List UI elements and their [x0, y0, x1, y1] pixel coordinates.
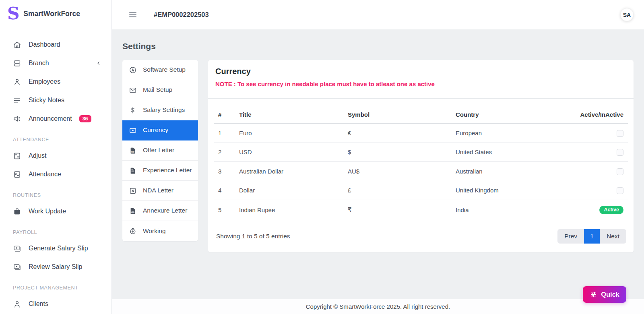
row-number: 1 — [214, 124, 235, 143]
sidebar-item-label: Work Update — [29, 208, 66, 215]
settings-tab-software-setup[interactable]: Software Setup — [122, 60, 198, 80]
column-header: Active/InActive — [568, 106, 628, 124]
sidebar-item-employees[interactable]: Employees — [0, 72, 111, 91]
pagination-page-1-button[interactable]: 1 — [584, 229, 600, 244]
settings-tab-annexure-letter[interactable]: DOCAnnexure Letter — [122, 201, 198, 221]
settings-tab-mail-setup[interactable]: Mail Setup — [122, 80, 198, 100]
row-number: 2 — [214, 143, 235, 162]
entries-summary: Showing 1 to 5 of 5 entries — [216, 233, 290, 240]
brand-name: SmartWorkForce — [23, 10, 80, 18]
brand[interactable]: S SmartWorkForce — [0, 0, 111, 27]
settings-tab-label: Experience Letter — [143, 166, 192, 175]
table-footer: Showing 1 to 5 of 5 entries Prev 1 Next — [214, 220, 628, 244]
sidebar-item-label: Sticky Notes — [29, 97, 64, 104]
content-area: Settings Software SetupMail SetupSalary … — [112, 29, 644, 299]
sidebar: S SmartWorkForce DashboardBranchEmployee… — [0, 0, 112, 314]
doc-file-icon: DOC — [129, 147, 137, 155]
settings-tab-nda-letter[interactable]: NDA Letter — [122, 181, 198, 201]
salary-slip-icon — [13, 263, 21, 271]
quick-button-label: Quick — [601, 291, 619, 298]
pagination-next-button[interactable]: Next — [600, 229, 626, 244]
quick-button[interactable]: Quick — [583, 286, 626, 303]
table-row: 5Indian Rupee₹IndiaActive — [214, 200, 628, 220]
sidebar-item-sticky-notes[interactable]: Sticky Notes — [0, 91, 111, 109]
settings-tab-currency[interactable]: Currency — [122, 120, 198, 140]
column-header: Symbol — [343, 106, 451, 124]
settings-tab-label: Currency — [143, 126, 168, 134]
clipboard-check-icon — [13, 170, 21, 179]
sliders-icon — [590, 291, 597, 298]
chevron-left-icon[interactable] — [95, 60, 102, 66]
sidebar-item-label: Dashboard — [29, 41, 60, 48]
main-column: #EMP0002202503 SA Settings Software Setu… — [112, 0, 644, 314]
settings-tab-salary-settings[interactable]: Salary Settings — [122, 100, 198, 120]
active-checkbox[interactable] — [617, 187, 623, 194]
hamburger-button[interactable] — [128, 10, 138, 20]
salary-slip-icon — [13, 244, 21, 253]
person-icon — [13, 300, 21, 308]
currency-country: United States — [451, 143, 568, 162]
sidebar-item-label: Generate Salary Slip — [29, 245, 88, 252]
sidebar-item-label: Announcement — [29, 115, 72, 122]
sidebar-section-label: PROJECT MANAGEMENT — [0, 276, 111, 295]
currency-title: Indian Rupee — [235, 200, 343, 220]
sidebar-item-adjust[interactable]: Adjust — [0, 147, 111, 165]
table-row: 2USD$United States — [214, 143, 628, 162]
branch-icon — [13, 59, 21, 68]
currency-panel-head: Currency NOTE : To see currency in needa… — [208, 60, 634, 99]
currency-panel: Currency NOTE : To see currency in needa… — [208, 60, 634, 252]
settings-tab-working[interactable]: Working — [122, 221, 198, 241]
megaphone-icon — [13, 115, 21, 123]
sidebar-section-label: ROUTINES — [0, 184, 111, 202]
table-row: 4Dollar£United Kingdom — [214, 181, 628, 200]
currency-note: NOTE : To see currency in needable place… — [215, 81, 626, 87]
currency-table: #TitleSymbolCountryActive/InActive 1Euro… — [214, 106, 628, 220]
currency-symbol: € — [343, 124, 451, 143]
active-checkbox[interactable] — [617, 130, 623, 137]
currency-symbol: $ — [343, 143, 451, 162]
currency-title: Dollar — [235, 181, 343, 200]
currency-title: Euro — [235, 124, 343, 143]
currency-symbol: ₹ — [343, 200, 451, 220]
table-row: 1Euro€European — [214, 124, 628, 143]
currency-country: United Kingdom — [451, 181, 568, 200]
file-text-icon — [129, 167, 137, 175]
settings-tab-offer-letter[interactable]: DOCOffer Letter — [122, 140, 198, 161]
currency-title: Australian Dollar — [235, 162, 343, 181]
sidebar-item-branch[interactable]: Branch — [0, 54, 111, 72]
sidebar-section-label: ATTENDANCE — [0, 128, 111, 147]
sidebar-section-label: PAYROLL — [0, 221, 111, 239]
sidebar-item-review-salary-slip[interactable]: Review Salary Slip — [0, 258, 111, 276]
settings-tab-experience-letter[interactable]: Experience Letter — [122, 161, 198, 181]
settings-tab-label: Salary Settings — [143, 105, 185, 114]
clipboard-check-icon — [13, 152, 21, 160]
column-header: Country — [451, 106, 568, 124]
sidebar-item-generate-salary-slip[interactable]: Generate Salary Slip — [0, 239, 111, 258]
settings-tab-label: Offer Letter — [143, 146, 174, 155]
settings-tab-label: Working — [143, 227, 166, 236]
sidebar-item-work-update[interactable]: Work Update — [0, 202, 111, 221]
pagination-prev-button[interactable]: Prev — [557, 229, 584, 244]
dollar-icon — [129, 106, 137, 114]
avatar[interactable]: SA — [620, 8, 634, 21]
stopwatch-icon — [129, 227, 137, 235]
sidebar-nav: DashboardBranchEmployeesSticky NotesAnno… — [0, 27, 111, 313]
hamburger-icon — [128, 10, 138, 20]
topbar: #EMP0002202503 SA — [112, 0, 644, 29]
sidebar-item-label: Adjust — [29, 152, 46, 159]
settings-tab-label: Software Setup — [143, 65, 186, 74]
sidebar-item-label: Branch — [29, 60, 49, 67]
cash-icon — [129, 126, 137, 134]
active-status-badge: Active — [599, 206, 623, 214]
active-checkbox[interactable] — [617, 168, 623, 175]
sidebar-item-announcement[interactable]: Announcement36 — [0, 109, 111, 128]
home-icon — [13, 41, 21, 49]
sidebar-item-dashboard[interactable]: Dashboard — [0, 35, 111, 54]
sidebar-item-attendance[interactable]: Attendance — [0, 165, 111, 184]
envelope-icon — [129, 86, 137, 94]
active-checkbox[interactable] — [617, 149, 623, 156]
settings-tab-label: Annexure Letter — [143, 206, 187, 215]
sidebar-item-label: Employees — [29, 78, 60, 85]
sidebar-item-clients[interactable]: Clients — [0, 295, 111, 313]
currency-country: Australian — [451, 162, 568, 181]
